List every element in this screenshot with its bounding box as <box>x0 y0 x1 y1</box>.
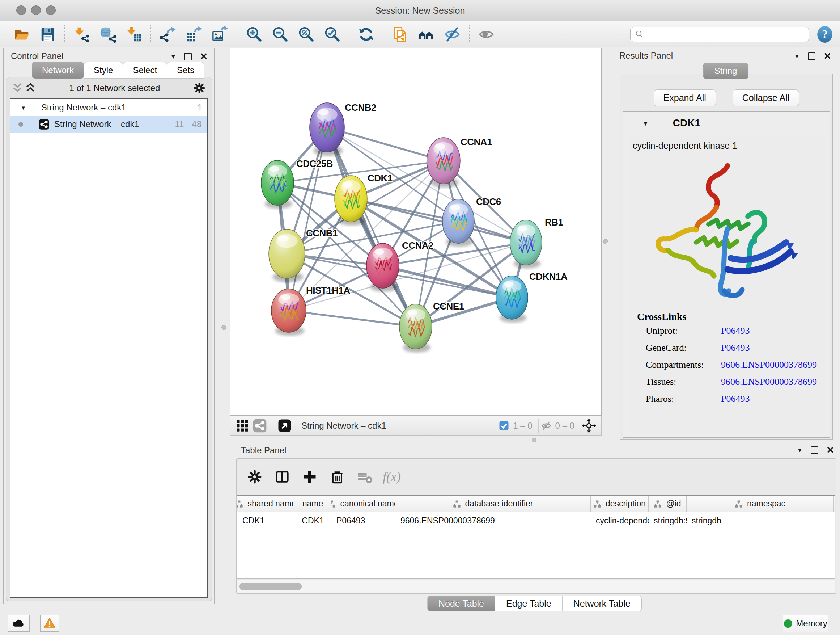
warning-button[interactable] <box>40 615 59 632</box>
export-network-button[interactable] <box>156 24 180 44</box>
crosslink-link[interactable]: 9606.ENSP00000378699 <box>721 377 817 387</box>
tab-network[interactable]: Network <box>32 62 84 79</box>
results-panel-float-icon[interactable] <box>808 52 815 60</box>
zoom-fit-button[interactable] <box>294 24 317 44</box>
search-field[interactable] <box>645 27 808 41</box>
table-panel-collapse-icon[interactable]: ▼ <box>797 447 803 453</box>
gene-expand-icon[interactable]: ▼ <box>642 120 649 127</box>
bottom-splitter-handle[interactable] <box>532 438 537 442</box>
tree-expand-icon[interactable]: ▼ <box>21 105 26 111</box>
export-table-button[interactable] <box>182 24 205 44</box>
split-view-button[interactable] <box>273 467 292 486</box>
zoom-out-button[interactable] <box>268 24 292 44</box>
delete-table-button[interactable] <box>355 467 374 486</box>
column-header-label: canonical name <box>340 499 395 509</box>
gene-section-header[interactable]: ▼ CDK1 <box>623 111 829 135</box>
table-cell[interactable]: CDK1 <box>294 512 332 529</box>
help-button[interactable]: ? <box>815 24 834 44</box>
control-panel-float-icon[interactable] <box>184 53 192 60</box>
expand-all-networks-icon[interactable] <box>24 82 36 94</box>
clone-network-button[interactable] <box>388 24 412 44</box>
settings-button[interactable] <box>245 467 264 486</box>
results-panel-collapse-icon[interactable]: ▼ <box>794 53 800 59</box>
crosslink-link[interactable]: P06493 <box>721 394 750 404</box>
tab-style[interactable]: Style <box>84 62 123 79</box>
network-options-gear-icon[interactable] <box>193 81 206 95</box>
network-row-selected[interactable]: String Network – cdk1 11 48 <box>11 116 207 133</box>
network-node-ccne1[interactable]: CCNE1 <box>399 301 464 353</box>
crosslink-link[interactable]: P06493 <box>721 342 750 353</box>
table-cell[interactable]: 9606.ENSP00000378699 <box>395 512 591 529</box>
zoom-selected-button[interactable] <box>321 24 344 44</box>
edge-CCNB2-CCNA1[interactable] <box>327 127 444 161</box>
table-panel-close-icon[interactable]: ✕ <box>826 445 834 455</box>
share-view-icon[interactable] <box>253 418 267 433</box>
network-node-ccnb1[interactable]: CCNB1 <box>269 228 338 282</box>
hidden-eye-icon[interactable] <box>541 420 552 431</box>
save-session-button[interactable] <box>36 24 59 44</box>
tab-edge-table[interactable]: Edge Table <box>495 596 562 611</box>
column-header-description[interactable]: description <box>591 496 649 512</box>
zoom-in-button[interactable] <box>242 24 265 44</box>
cloud-button[interactable] <box>8 615 30 632</box>
column-header-shared-name[interactable]: shared name <box>237 496 294 512</box>
left-splitter-handle[interactable] <box>221 325 226 330</box>
export-image-button[interactable] <box>208 24 232 44</box>
table-horizontal-scrollbar[interactable] <box>237 580 835 593</box>
selected-checkbox-icon[interactable] <box>499 420 509 431</box>
fit-crosshair-icon[interactable] <box>582 418 596 433</box>
column-header-namespac[interactable]: namespac <box>687 496 834 512</box>
network-node-ccnb2[interactable]: CCNB2 <box>309 102 376 156</box>
edge-CCNB2-CCNE1[interactable] <box>327 127 416 326</box>
network-canvas[interactable]: CCNB2CCNA1CDC25BCDK1CDC6RB1CCNB1CCNA2CDK… <box>230 48 602 416</box>
refresh-layout-button[interactable] <box>355 24 378 44</box>
column-header-canonical-name[interactable]: canonical name <box>332 496 395 512</box>
table-panel-float-icon[interactable] <box>811 447 818 454</box>
right-splitter-handle[interactable] <box>603 239 608 244</box>
column-header--id[interactable]: @id <box>649 496 687 512</box>
import-network-button[interactable] <box>70 24 93 44</box>
network-node-ccna1[interactable]: CCNA1 <box>427 136 492 187</box>
function-builder-button[interactable]: f(x) <box>383 469 401 485</box>
crosslink-link[interactable]: 9606.ENSP00000378699 <box>721 359 817 371</box>
column-header-database-identifier[interactable]: database identifier <box>395 496 591 512</box>
table-cell[interactable]: CDK1 <box>237 512 294 529</box>
network-collection-row[interactable]: ▼ String Network – cdk1 1 <box>11 99 207 116</box>
tab-sets[interactable]: Sets <box>167 62 204 79</box>
control-panel-close-icon[interactable]: ✕ <box>200 52 208 61</box>
crosslink-link[interactable]: P06493 <box>721 325 750 336</box>
network-node-rb1[interactable]: RB1 <box>510 217 563 269</box>
grid-view-icon[interactable] <box>235 418 249 433</box>
table-cell[interactable]: stringdb <box>687 512 834 529</box>
results-panel-close-icon[interactable]: ✕ <box>823 51 831 61</box>
column-header-name[interactable]: name <box>294 496 332 512</box>
scrollbar-thumb[interactable] <box>240 583 302 591</box>
search-input[interactable] <box>630 27 809 42</box>
import-table-button[interactable] <box>122 24 145 44</box>
memory-button[interactable]: Memory <box>783 615 829 632</box>
expand-all-button[interactable]: Expand All <box>654 89 716 106</box>
toggle-visibility-button[interactable] <box>475 24 498 44</box>
birdseye-view-icon[interactable] <box>278 418 292 433</box>
show-all-panels-button[interactable] <box>415 24 438 44</box>
open-session-button[interactable] <box>10 24 33 44</box>
table-cell[interactable]: stringdb:9... <box>649 512 687 529</box>
collapse-all-button[interactable]: Collapse All <box>733 89 799 106</box>
control-panel-collapse-icon[interactable]: ▼ <box>170 54 176 60</box>
add-column-button[interactable] <box>300 467 319 486</box>
delete-column-button[interactable] <box>328 467 347 486</box>
tab-node-table[interactable]: Node Table <box>428 596 495 611</box>
tab-network-table[interactable]: Network Table <box>562 596 641 611</box>
table-cell[interactable]: P06493 <box>332 512 395 529</box>
tab-select[interactable]: Select <box>123 62 167 79</box>
network-node-hist1h1a[interactable]: HIST1H1A <box>271 285 350 336</box>
table-cell[interactable]: cyclin-dependent ... <box>591 512 649 529</box>
table-row[interactable]: CDK1CDK1P064939606.ENSP00000378699cyclin… <box>237 512 835 529</box>
hide-selected-button[interactable] <box>441 24 464 44</box>
edge-CCNE1-HIST1H1A[interactable] <box>289 310 416 326</box>
network-node-cdkn1a[interactable]: CDKN1A <box>496 271 568 323</box>
import-database-button[interactable] <box>96 24 119 44</box>
tab-string[interactable]: String <box>703 63 748 79</box>
collapse-all-networks-icon[interactable] <box>11 82 24 94</box>
network-node-cdc25b[interactable]: CDC25B <box>261 158 333 209</box>
